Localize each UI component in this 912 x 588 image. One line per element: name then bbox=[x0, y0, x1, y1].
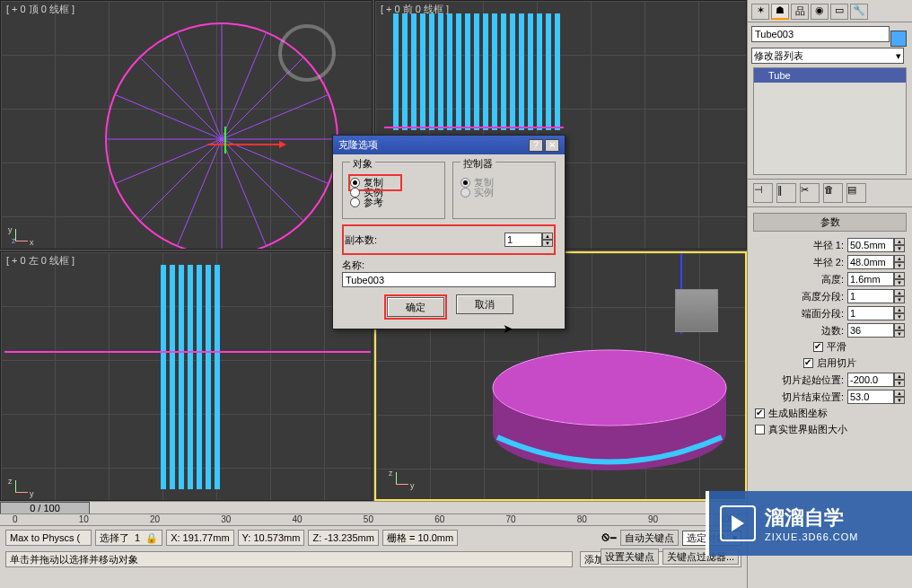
viewcube[interactable] bbox=[675, 289, 718, 332]
object-color-swatch[interactable] bbox=[890, 31, 907, 47]
script-listener[interactable]: Max to Physcs ( bbox=[5, 530, 92, 546]
left-line bbox=[4, 351, 371, 353]
modifier-stack[interactable]: Tube bbox=[753, 67, 907, 175]
name-label: 名称: bbox=[342, 259, 556, 272]
dialog-titlebar[interactable]: 克隆选项 ? ✕ bbox=[333, 136, 565, 154]
viewcube-ring[interactable] bbox=[278, 24, 336, 82]
selection-status: 选择了 1 🔒 bbox=[95, 530, 162, 546]
slice-check[interactable] bbox=[803, 358, 813, 368]
copies-row: 副本数: ▲▼ bbox=[345, 233, 553, 247]
hsegs-label: 高度分段: bbox=[755, 290, 844, 303]
copies-spinner[interactable]: ▲▼ bbox=[504, 233, 553, 247]
slice-from-spinner[interactable]: ▲▼ bbox=[847, 373, 905, 387]
controller-legend: 控制器 bbox=[460, 158, 495, 169]
modifier-list-label: 修改器列表 bbox=[754, 49, 803, 63]
hsegs-input[interactable] bbox=[847, 289, 894, 303]
csegs-label: 端面分段: bbox=[755, 307, 844, 320]
prompt-line: 单击并拖动以选择并移动对象 bbox=[5, 551, 573, 567]
play-logo-icon bbox=[720, 505, 756, 541]
left-geom bbox=[161, 265, 224, 489]
stack-item-tube[interactable]: Tube bbox=[754, 68, 906, 83]
csegs-spinner[interactable]: ▲▼ bbox=[847, 306, 905, 320]
command-tabs: ✶ ☗ 品 ◉ ▭ 🔧 bbox=[748, 0, 912, 22]
ctrl-instance-row: 实例 bbox=[460, 186, 548, 199]
sides-spinner[interactable]: ▲▼ bbox=[847, 323, 905, 338]
height-input[interactable] bbox=[847, 272, 894, 286]
ctrl-instance-label: 实例 bbox=[474, 186, 494, 199]
radius2-input[interactable] bbox=[847, 255, 894, 269]
slice-from-label: 切片起始位置: bbox=[755, 373, 844, 387]
tab-motion[interactable]: ◉ bbox=[811, 4, 829, 20]
help-button[interactable]: ? bbox=[529, 139, 543, 152]
slice-to-input[interactable] bbox=[847, 390, 894, 404]
dialog-title-text: 克隆选项 bbox=[338, 138, 378, 152]
realworld-label: 真实世界贴图大小 bbox=[768, 423, 847, 436]
reference-option-row[interactable]: 参考 bbox=[350, 196, 437, 209]
svg-point-19 bbox=[493, 350, 726, 426]
csegs-input[interactable] bbox=[847, 306, 894, 320]
ok-button[interactable]: 确定 bbox=[387, 297, 444, 317]
watermark: 溜溜自学 ZIXUE.3D66.COM bbox=[706, 491, 912, 556]
lock-icon[interactable]: 🔒 bbox=[145, 532, 158, 544]
radio-copy[interactable] bbox=[350, 178, 360, 188]
make-unique-icon[interactable]: ✂ bbox=[800, 183, 820, 203]
chevron-down-icon: ▾ bbox=[896, 50, 901, 62]
rollout-header[interactable]: 参数 bbox=[753, 213, 907, 232]
cancel-button[interactable]: 取消 bbox=[456, 294, 513, 314]
object-group: 对象 复制 实例 参考 bbox=[342, 162, 445, 219]
clone-name-input[interactable] bbox=[342, 272, 556, 287]
viewport-left[interactable]: [ + 0 左 0 线框 ] zy bbox=[0, 251, 373, 501]
show-end-icon[interactable]: ‖ bbox=[776, 183, 796, 203]
coord-y[interactable]: Y: 10.573mm bbox=[238, 530, 305, 546]
radius2-spinner[interactable]: ▲▼ bbox=[847, 255, 905, 269]
timeline[interactable]: 0 / 100 0102030405060708090100 bbox=[0, 501, 747, 526]
spin-up[interactable]: ▲ bbox=[542, 233, 553, 240]
stack-toolbar: ⊣ ‖ ✂ 🗑 ▤ bbox=[748, 179, 912, 207]
genmap-check[interactable] bbox=[755, 408, 765, 418]
height-spinner[interactable]: ▲▼ bbox=[847, 272, 905, 286]
smooth-label: 平滑 bbox=[827, 340, 846, 354]
key-icon[interactable]: 🛇━ bbox=[601, 532, 617, 544]
watermark-zh: 溜溜自学 bbox=[765, 505, 858, 531]
copies-label: 副本数: bbox=[345, 233, 377, 247]
coord-x[interactable]: X: 191.77mm bbox=[166, 530, 233, 546]
tab-hierarchy[interactable]: 品 bbox=[791, 4, 809, 20]
sides-input[interactable] bbox=[847, 323, 894, 338]
configure-icon[interactable]: ▤ bbox=[846, 183, 866, 203]
tab-utilities[interactable]: 🔧 bbox=[850, 4, 868, 20]
autokey-button[interactable]: 自动关键点 bbox=[620, 530, 679, 546]
grid-readout: 栅格 = 10.0mm bbox=[382, 530, 458, 546]
radio-reference[interactable] bbox=[350, 197, 360, 207]
radio-ctrl-copy bbox=[460, 178, 470, 188]
viewport-top[interactable]: [ + 0 顶 0 线框 ] yxz bbox=[0, 0, 373, 250]
front-line bbox=[384, 127, 564, 128]
setkey-button[interactable]: 设置关键点 bbox=[601, 549, 659, 565]
hsegs-spinner[interactable]: ▲▼ bbox=[847, 289, 905, 303]
realworld-check[interactable] bbox=[755, 425, 765, 434]
time-slider[interactable]: 0 / 100 bbox=[0, 502, 90, 514]
height-label: 高度: bbox=[755, 273, 844, 286]
tab-modify[interactable]: ☗ bbox=[771, 4, 789, 20]
tab-create[interactable]: ✶ bbox=[751, 4, 769, 20]
slice-to-spinner[interactable]: ▲▼ bbox=[847, 390, 905, 404]
sides-label: 边数: bbox=[755, 324, 844, 338]
tab-display[interactable]: ▭ bbox=[830, 4, 848, 20]
radius1-label: 半径 1: bbox=[755, 239, 844, 252]
radius1-input[interactable] bbox=[847, 238, 894, 252]
radius1-spinner[interactable]: ▲▼ bbox=[847, 238, 905, 252]
object-legend: 对象 bbox=[350, 158, 375, 169]
close-button[interactable]: ✕ bbox=[545, 139, 559, 152]
slice-from-input[interactable] bbox=[847, 373, 894, 387]
spin-down[interactable]: ▼ bbox=[542, 240, 553, 247]
time-ruler[interactable]: 0102030405060708090100 bbox=[0, 513, 747, 526]
modifier-list-dropdown[interactable]: 修改器列表▾ bbox=[751, 48, 904, 64]
pin-stack-icon[interactable]: ⊣ bbox=[753, 183, 773, 203]
radio-instance[interactable] bbox=[350, 188, 360, 197]
object-name-input[interactable] bbox=[751, 26, 890, 42]
remove-mod-icon[interactable]: 🗑 bbox=[823, 183, 843, 203]
copies-input[interactable] bbox=[504, 233, 542, 247]
coord-z[interactable]: Z: -13.235mm bbox=[308, 530, 378, 546]
clone-options-dialog: 克隆选项 ? ✕ 对象 复制 实例 参考 bbox=[332, 135, 566, 329]
smooth-check[interactable] bbox=[813, 342, 823, 352]
status-bar: Max to Physcs ( 选择了 1 🔒 X: 191.77mm Y: 1… bbox=[0, 525, 747, 588]
